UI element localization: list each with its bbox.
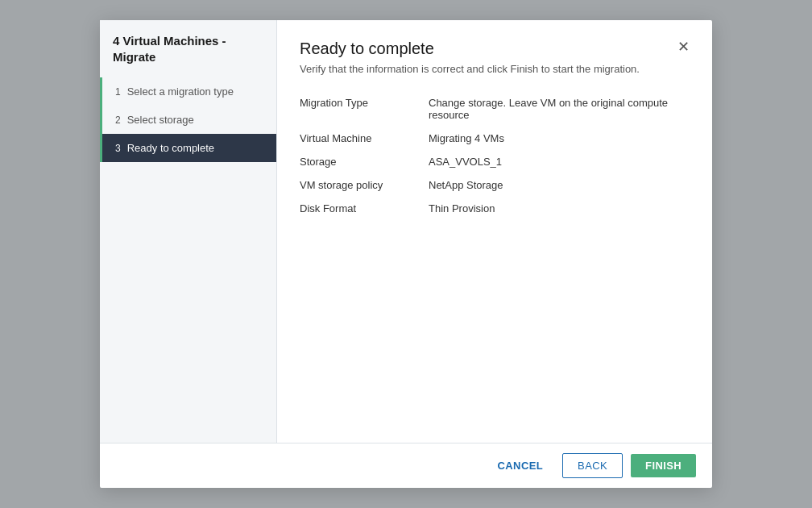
- step-number-1: 1: [115, 86, 121, 98]
- page-title: Ready to complete: [300, 40, 434, 58]
- label-vm-storage-policy: VM storage policy: [300, 173, 429, 197]
- modal-dialog: 4 Virtual Machines - Migrate 1 Select a …: [100, 20, 712, 488]
- finish-button[interactable]: FINISH: [631, 454, 696, 477]
- modal-footer: CANCEL BACK FINISH: [100, 443, 712, 488]
- table-row: VM storage policy NetApp Storage: [300, 173, 690, 197]
- modal-header: Ready to complete ✕: [300, 40, 690, 58]
- close-button[interactable]: ✕: [677, 40, 690, 54]
- sidebar-step-1[interactable]: 1 Select a migration type: [100, 77, 276, 106]
- sidebar-steps: 1 Select a migration type 2 Select stora…: [100, 77, 276, 162]
- table-row: Migration Type Change storage. Leave VM …: [300, 91, 690, 127]
- label-storage: Storage: [300, 150, 429, 173]
- label-disk-format: Disk Format: [300, 197, 429, 220]
- step-number-3: 3: [115, 143, 121, 154]
- value-disk-format: Thin Provision: [429, 197, 690, 220]
- value-migration-type: Change storage. Leave VM on the original…: [429, 91, 690, 127]
- step-label-3: Ready to complete: [127, 142, 214, 154]
- modal-subtitle: Verify that the information is correct a…: [300, 63, 690, 75]
- step-label-1: Select a migration type: [127, 85, 234, 98]
- table-row: Storage ASA_VVOLS_1: [300, 150, 690, 173]
- sidebar: 4 Virtual Machines - Migrate 1 Select a …: [100, 20, 277, 443]
- modal-body: 4 Virtual Machines - Migrate 1 Select a …: [100, 20, 712, 443]
- value-storage: ASA_VVOLS_1: [429, 150, 690, 173]
- modal-overlay: 4 Virtual Machines - Migrate 1 Select a …: [0, 0, 812, 508]
- value-virtual-machine: Migrating 4 VMs: [429, 127, 690, 150]
- back-button[interactable]: BACK: [562, 453, 623, 478]
- label-virtual-machine: Virtual Machine: [300, 127, 429, 150]
- sidebar-title: 4 Virtual Machines - Migrate: [100, 33, 276, 77]
- label-migration-type: Migration Type: [300, 91, 429, 127]
- step-label-2: Select storage: [127, 114, 194, 126]
- sidebar-step-3[interactable]: 3 Ready to complete: [100, 134, 276, 162]
- sidebar-step-2[interactable]: 2 Select storage: [100, 106, 276, 134]
- details-table: Migration Type Change storage. Leave VM …: [300, 91, 690, 220]
- step-number-2: 2: [115, 115, 121, 126]
- cancel-button[interactable]: CANCEL: [487, 454, 555, 477]
- main-content: Ready to complete ✕ Verify that the info…: [277, 20, 712, 443]
- table-row: Disk Format Thin Provision: [300, 197, 690, 220]
- table-row: Virtual Machine Migrating 4 VMs: [300, 127, 690, 150]
- value-vm-storage-policy: NetApp Storage: [429, 173, 690, 197]
